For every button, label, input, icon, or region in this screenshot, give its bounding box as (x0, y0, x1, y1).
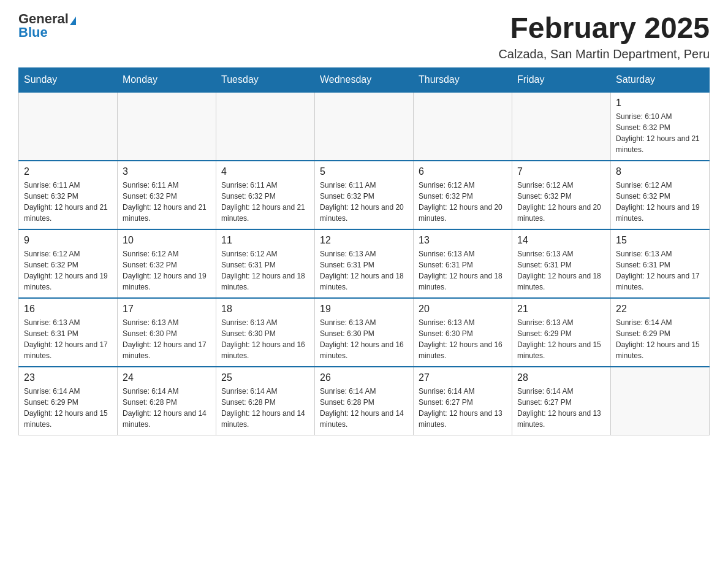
calendar-cell: 6Sunrise: 6:12 AMSunset: 6:32 PMDaylight… (414, 161, 512, 229)
day-info: Sunrise: 6:13 AMSunset: 6:31 PMDaylight:… (419, 248, 507, 293)
calendar-cell: 5Sunrise: 6:11 AMSunset: 6:32 PMDaylight… (315, 161, 414, 229)
day-number: 10 (123, 235, 211, 246)
day-number: 5 (320, 166, 408, 177)
day-info: Sunrise: 6:13 AMSunset: 6:31 PMDaylight:… (320, 248, 408, 293)
day-number: 15 (616, 235, 704, 246)
calendar-week-4: 16Sunrise: 6:13 AMSunset: 6:31 PMDayligh… (19, 298, 710, 367)
day-number: 22 (616, 304, 704, 315)
day-info: Sunrise: 6:11 AMSunset: 6:32 PMDaylight:… (24, 180, 112, 224)
day-info: Sunrise: 6:12 AMSunset: 6:32 PMDaylight:… (123, 248, 211, 293)
calendar-cell: 26Sunrise: 6:14 AMSunset: 6:28 PMDayligh… (315, 367, 414, 435)
day-number: 26 (320, 372, 408, 383)
day-number: 23 (24, 372, 112, 383)
calendar-week-3: 9Sunrise: 6:12 AMSunset: 6:32 PMDaylight… (19, 229, 710, 298)
day-number: 7 (517, 166, 605, 177)
day-number: 3 (123, 166, 211, 177)
day-info: Sunrise: 6:13 AMSunset: 6:30 PMDaylight:… (221, 317, 309, 361)
column-header-wednesday: Wednesday (315, 67, 414, 92)
logo-blue-row: Blue (18, 26, 48, 39)
calendar-cell (118, 92, 216, 161)
title-block: February 2025 Calzada, San Martin Depart… (498, 12, 710, 61)
column-header-saturday: Saturday (611, 67, 710, 92)
day-number: 4 (221, 166, 309, 177)
calendar-cell: 7Sunrise: 6:12 AMSunset: 6:32 PMDaylight… (512, 161, 611, 229)
day-info: Sunrise: 6:14 AMSunset: 6:29 PMDaylight:… (24, 386, 112, 430)
day-info: Sunrise: 6:14 AMSunset: 6:28 PMDaylight:… (320, 386, 408, 430)
calendar-cell: 18Sunrise: 6:13 AMSunset: 6:30 PMDayligh… (216, 298, 315, 367)
day-number: 11 (221, 235, 309, 246)
calendar-cell: 1Sunrise: 6:10 AMSunset: 6:32 PMDaylight… (611, 92, 710, 161)
calendar-cell: 2Sunrise: 6:11 AMSunset: 6:32 PMDaylight… (19, 161, 118, 229)
day-info: Sunrise: 6:13 AMSunset: 6:30 PMDaylight:… (123, 317, 211, 361)
day-number: 13 (419, 235, 507, 246)
calendar-cell: 27Sunrise: 6:14 AMSunset: 6:27 PMDayligh… (414, 367, 512, 435)
day-info: Sunrise: 6:12 AMSunset: 6:32 PMDaylight:… (616, 180, 704, 224)
calendar-cell: 16Sunrise: 6:13 AMSunset: 6:31 PMDayligh… (19, 298, 118, 367)
day-info: Sunrise: 6:12 AMSunset: 6:32 PMDaylight:… (24, 248, 112, 293)
calendar-cell: 12Sunrise: 6:13 AMSunset: 6:31 PMDayligh… (315, 229, 414, 298)
calendar-cell: 8Sunrise: 6:12 AMSunset: 6:32 PMDaylight… (611, 161, 710, 229)
calendar-cell (414, 92, 512, 161)
day-info: Sunrise: 6:13 AMSunset: 6:31 PMDaylight:… (24, 317, 112, 361)
day-number: 2 (24, 166, 112, 177)
day-info: Sunrise: 6:11 AMSunset: 6:32 PMDaylight:… (221, 180, 309, 224)
calendar-cell: 20Sunrise: 6:13 AMSunset: 6:30 PMDayligh… (414, 298, 512, 367)
logo: General Blue (18, 12, 76, 39)
location-title: Calzada, San Martin Department, Peru (498, 47, 710, 61)
column-header-sunday: Sunday (19, 67, 118, 92)
calendar-cell: 17Sunrise: 6:13 AMSunset: 6:30 PMDayligh… (118, 298, 216, 367)
calendar-cell: 23Sunrise: 6:14 AMSunset: 6:29 PMDayligh… (19, 367, 118, 435)
day-number: 25 (221, 372, 309, 383)
day-number: 20 (419, 304, 507, 315)
calendar-week-5: 23Sunrise: 6:14 AMSunset: 6:29 PMDayligh… (19, 367, 710, 435)
logo-triangle-icon (70, 17, 76, 25)
day-number: 16 (24, 304, 112, 315)
day-number: 18 (221, 304, 309, 315)
column-header-monday: Monday (118, 67, 216, 92)
calendar-cell: 3Sunrise: 6:11 AMSunset: 6:32 PMDaylight… (118, 161, 216, 229)
logo-blue-text: Blue (18, 25, 48, 40)
day-info: Sunrise: 6:11 AMSunset: 6:32 PMDaylight:… (320, 180, 408, 224)
day-number: 12 (320, 235, 408, 246)
column-header-thursday: Thursday (414, 67, 512, 92)
day-info: Sunrise: 6:13 AMSunset: 6:30 PMDaylight:… (320, 317, 408, 361)
day-info: Sunrise: 6:14 AMSunset: 6:28 PMDaylight:… (221, 386, 309, 430)
calendar-cell: 10Sunrise: 6:12 AMSunset: 6:32 PMDayligh… (118, 229, 216, 298)
calendar-cell: 25Sunrise: 6:14 AMSunset: 6:28 PMDayligh… (216, 367, 315, 435)
day-info: Sunrise: 6:13 AMSunset: 6:29 PMDaylight:… (517, 317, 605, 361)
day-info: Sunrise: 6:14 AMSunset: 6:27 PMDaylight:… (419, 386, 507, 430)
column-header-friday: Friday (512, 67, 611, 92)
day-info: Sunrise: 6:13 AMSunset: 6:30 PMDaylight:… (419, 317, 507, 361)
page-header: General Blue February 2025 Calzada, San … (18, 12, 710, 61)
calendar-cell: 28Sunrise: 6:14 AMSunset: 6:27 PMDayligh… (512, 367, 611, 435)
day-info: Sunrise: 6:14 AMSunset: 6:29 PMDaylight:… (616, 317, 704, 361)
calendar-cell: 9Sunrise: 6:12 AMSunset: 6:32 PMDaylight… (19, 229, 118, 298)
logo-general-row: General (18, 12, 76, 26)
day-info: Sunrise: 6:13 AMSunset: 6:31 PMDaylight:… (517, 248, 605, 293)
day-number: 8 (616, 166, 704, 177)
day-info: Sunrise: 6:13 AMSunset: 6:31 PMDaylight:… (616, 248, 704, 293)
calendar-header-row: SundayMondayTuesdayWednesdayThursdayFrid… (19, 67, 710, 92)
day-number: 19 (320, 304, 408, 315)
calendar-cell: 24Sunrise: 6:14 AMSunset: 6:28 PMDayligh… (118, 367, 216, 435)
day-number: 6 (419, 166, 507, 177)
day-number: 9 (24, 235, 112, 246)
day-number: 14 (517, 235, 605, 246)
calendar-cell: 19Sunrise: 6:13 AMSunset: 6:30 PMDayligh… (315, 298, 414, 367)
calendar-cell (512, 92, 611, 161)
day-number: 21 (517, 304, 605, 315)
calendar-week-1: 1Sunrise: 6:10 AMSunset: 6:32 PMDaylight… (19, 92, 710, 161)
day-info: Sunrise: 6:14 AMSunset: 6:27 PMDaylight:… (517, 386, 605, 430)
calendar-cell (19, 92, 118, 161)
day-info: Sunrise: 6:11 AMSunset: 6:32 PMDaylight:… (123, 180, 211, 224)
calendar-cell: 15Sunrise: 6:13 AMSunset: 6:31 PMDayligh… (611, 229, 710, 298)
calendar-cell (315, 92, 414, 161)
calendar-cell: 21Sunrise: 6:13 AMSunset: 6:29 PMDayligh… (512, 298, 611, 367)
day-info: Sunrise: 6:12 AMSunset: 6:31 PMDaylight:… (221, 248, 309, 293)
month-title: February 2025 (498, 12, 710, 45)
day-number: 28 (517, 372, 605, 383)
calendar-cell (216, 92, 315, 161)
calendar-week-2: 2Sunrise: 6:11 AMSunset: 6:32 PMDaylight… (19, 161, 710, 229)
calendar-cell: 22Sunrise: 6:14 AMSunset: 6:29 PMDayligh… (611, 298, 710, 367)
day-number: 1 (616, 98, 704, 109)
